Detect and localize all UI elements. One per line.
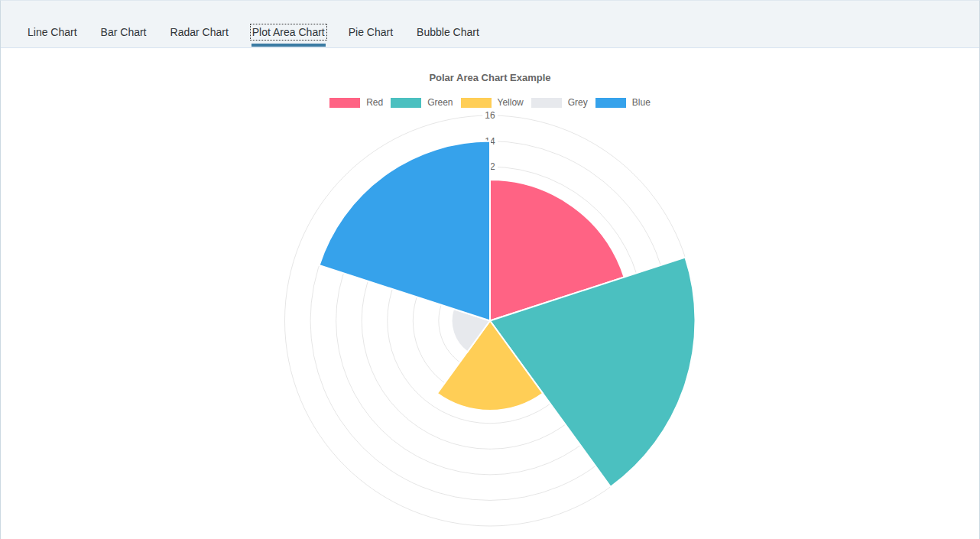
tab-label: Line Chart: [28, 26, 77, 38]
tab-label: Plot Area Chart: [252, 26, 325, 38]
tab-label: Pie Chart: [349, 26, 393, 38]
tab-radar-chart[interactable]: Radar Chart: [170, 16, 229, 47]
tab-bar: Line ChartBar ChartRadar ChartPlot Area …: [1, 1, 979, 48]
tab-label: Bar Chart: [101, 26, 147, 38]
tab-bubble-chart[interactable]: Bubble Chart: [417, 16, 479, 47]
active-tab-underline: [251, 44, 326, 47]
tab-label: Radar Chart: [170, 26, 229, 38]
polar-area-chart: 246810121416: [1, 48, 979, 539]
tab-bar-chart[interactable]: Bar Chart: [101, 16, 147, 47]
tab-pie-chart[interactable]: Pie Chart: [349, 16, 393, 47]
tab-label: Bubble Chart: [417, 26, 479, 38]
polar-slice-blue[interactable]: [320, 141, 490, 321]
app-window: Line ChartBar ChartRadar ChartPlot Area …: [0, 0, 980, 539]
tab-line-chart[interactable]: Line Chart: [28, 16, 77, 47]
tab-plot-area-chart[interactable]: Plot Area Chart: [252, 16, 325, 47]
chart-panel: Polar Area Chart Example RedGreenYellowG…: [1, 48, 979, 539]
radial-tick-16: 16: [485, 110, 495, 121]
